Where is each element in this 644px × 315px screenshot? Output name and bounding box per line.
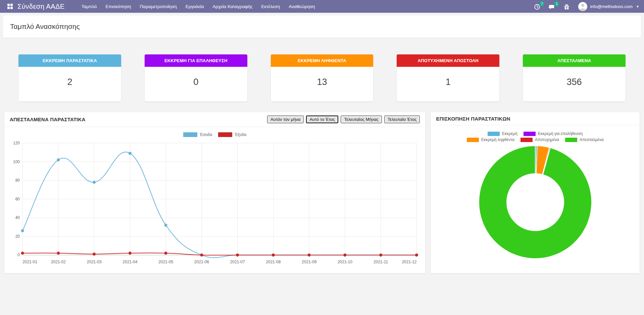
legend-swatch [488,132,500,136]
legend-item[interactable]: Απεσταλμένα [565,137,604,142]
legend-swatch [218,132,232,137]
documents-overview-panel: ΕΠΙΣΚΟΠΗΣΗ ΠΑΡΑΣΤΑΤΙΚΩΝ ΕκκρεμήΕκκρεμή γ… [431,112,640,273]
donut-chart-legend: ΕκκρεμήΕκκρεμή για επαλήθευσηΕκκρεμή ληφ… [466,131,604,142]
page-title: Ταμπλό Ανασκόπησης [10,22,80,31]
svg-text:2021-02: 2021-02 [51,260,66,264]
range-buttons: Αυτόν τον μήναΑυτό το ΈτοςΤελευταίος Μήν… [267,116,420,123]
range-button[interactable]: Τελευταίος Μήνας [341,116,382,123]
nav-menu-item[interactable]: Επισκόπηση [105,4,131,9]
chat-badge: 1 [554,1,559,6]
line-chart-legend: ΈσοδαΈξοδα [9,132,420,137]
svg-text:40: 40 [15,215,20,220]
user-menu[interactable]: info@methodoos.com ▼ [578,2,639,11]
stat-card-value: 1 [397,67,499,101]
svg-text:2021-12: 2021-12 [402,260,416,264]
sent-documents-panel: ΑΠΕΣΤΑΛΜΕΝΑ ΠΑΡΑΣΤΑΤΙΚΑ Αυτόν τον μήναΑυ… [4,112,425,273]
apps-grid-icon[interactable] [7,4,13,9]
stat-card-header: ΕΚΚΡΕΜΗ ΛΗΦΘΕΝΤΑ [271,54,374,67]
nav-menu-item[interactable]: Εργαλεία [186,4,204,9]
legend-item[interactable]: Εκκρεμή [488,131,517,136]
history-badge: 7 [539,1,544,6]
stat-card: ΕΚΚΡΕΜΗ ΛΗΦΘΕΝΤΑ13 [271,54,374,101]
svg-text:2021-10: 2021-10 [338,260,352,264]
legend-swatch [183,132,197,137]
stat-card-header: ΕΚΚΡΕΜΗ ΓΙΑ ΕΠΑΛΗΘΕΥΣΗ [145,54,247,67]
line-chart: 0204060801001202021-012021-022021-032021… [9,138,420,269]
legend-item[interactable]: Έξοδα [218,132,246,137]
stat-card: ΕΚΚΡΕΜΗ ΠΑΡΑΣΤΑΤΙΚΑ2 [18,54,121,101]
legend-swatch [565,138,577,142]
nav-menu-item[interactable]: Εκτέλεση [261,4,280,9]
line-panel-title: ΑΠΕΣΤΑΛΜΕΝΑ ΠΑΡΑΣΤΑΤΙΚΑ [10,117,86,122]
stat-card: ΕΚΚΡΕΜΗ ΓΙΑ ΕΠΑΛΗΘΕΥΣΗ0 [145,54,247,101]
stat-card-header: ΑΠΟΤΥΧΗΜΕΝΗ ΑΠΟΣΤΟΛΗ [397,54,499,67]
svg-text:2021-05: 2021-05 [158,260,173,264]
nav-menu-item[interactable]: Παραμετροποίηση [140,4,177,9]
svg-text:100: 100 [13,160,20,164]
svg-text:2021-03: 2021-03 [87,260,102,264]
stat-card-header: ΑΠΕΣΤΑΛΜΕΝΑ [523,54,626,67]
brand-title: Σύνδεση ΑΑΔΕ [17,3,65,10]
range-button[interactable]: Τελευταίο Έτος [384,116,420,123]
svg-text:2021-09: 2021-09 [302,260,316,264]
svg-text:2021-04: 2021-04 [122,260,137,264]
range-button[interactable]: Αυτόν τον μήνα [267,116,304,123]
svg-text:60: 60 [15,197,20,201]
nav-menu-item[interactable]: Αναθεώρηση [289,4,315,9]
nav-menu-item[interactable]: Αρχεία Καταγραφής [213,4,253,9]
stat-card-value: 2 [18,67,121,101]
range-button[interactable]: Αυτό το Έτος [306,116,338,123]
svg-text:2021-11: 2021-11 [374,260,388,264]
legend-item[interactable]: Αποτυχημένα [521,137,559,142]
avatar [578,2,587,11]
stat-card-value: 13 [271,67,374,101]
svg-text:0: 0 [17,253,20,257]
stat-card: ΑΠΟΤΥΧΗΜΕΝΗ ΑΠΟΣΤΟΛΗ1 [397,54,499,101]
history-icon[interactable]: 7 [534,3,541,10]
svg-text:20: 20 [15,234,20,239]
svg-text:2021-06: 2021-06 [194,260,209,264]
legend-swatch [521,138,533,142]
stat-card: ΑΠΕΣΤΑΛΜΕΝΑ356 [523,54,626,101]
svg-text:2021-01: 2021-01 [22,260,37,264]
user-email: info@methodoos.com [590,4,633,9]
svg-text:2021-07: 2021-07 [230,260,245,264]
legend-swatch [467,138,479,142]
svg-text:120: 120 [13,141,20,145]
donut-slice[interactable] [479,146,592,259]
chat-icon[interactable]: 1 [549,3,556,10]
nav-menu-item[interactable]: Ταμπλό [82,4,97,9]
donut-panel-title: ΕΠΙΣΚΟΠΗΣΗ ΠΑΡΑΣΤΑΤΙΚΩΝ [436,116,510,122]
app-navbar: Σύνδεση ΑΑΔΕ ΤαμπλόΕπισκόπησηΠαραμετροπο… [0,0,644,13]
page-title-card: Ταμπλό Ανασκόπησης [3,15,641,38]
legend-swatch [524,132,536,136]
legend-item[interactable]: Εκκρεμή ληφθέντα [467,137,514,142]
svg-text:80: 80 [15,178,20,183]
donut-chart [478,145,593,260]
stats-row: ΕΚΚΡΕΜΗ ΠΑΡΑΣΤΑΤΙΚΑ2ΕΚΚΡΕΜΗ ΓΙΑ ΕΠΑΛΗΘΕΥ… [0,54,644,101]
stat-card-value: 0 [145,67,247,101]
legend-item[interactable]: Εκκρεμή για επαλήθευση [524,131,583,136]
svg-text:2021-08: 2021-08 [266,260,281,264]
gift-icon[interactable] [563,3,571,10]
stat-card-value: 356 [523,67,626,101]
stat-card-header: ΕΚΚΡΕΜΗ ΠΑΡΑΣΤΑΤΙΚΑ [18,54,121,67]
legend-item[interactable]: Έσοδα [183,132,212,137]
nav-menu: ΤαμπλόΕπισκόπησηΠαραμετροποίησηΕργαλείαΑ… [82,4,315,9]
caret-down-icon: ▼ [636,5,639,8]
